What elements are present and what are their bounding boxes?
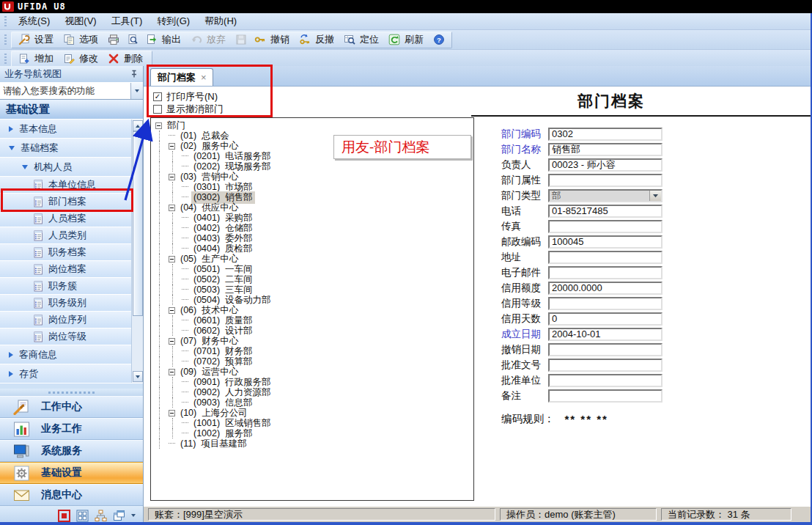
form-row-dept_code: 部门编码: [472, 126, 808, 142]
search-input[interactable]: [0, 83, 130, 99]
sidebar-tree-item-7[interactable]: 人员类别: [0, 227, 143, 244]
field-dept_name-input[interactable]: [548, 143, 662, 156]
field-established_date-input[interactable]: [548, 328, 662, 341]
field-remarks-input[interactable]: [548, 389, 662, 403]
nav-button-1[interactable]: 工作中心: [0, 396, 143, 418]
sidebar-tree-item-10[interactable]: 职务簇: [0, 278, 143, 295]
current-view-icon[interactable]: [58, 510, 70, 522]
field-approval_doc-input[interactable]: [548, 359, 662, 372]
field-manager-input[interactable]: [548, 158, 662, 172]
sidebar-tree-item-8[interactable]: 职务档案: [0, 244, 143, 261]
sidebar-tree-item-13[interactable]: 岗位等级: [0, 328, 143, 345]
collapse-box-icon[interactable]: [155, 122, 162, 129]
menu-item-2[interactable]: 视图(V): [57, 13, 103, 29]
search-dropdown-button[interactable]: [130, 83, 143, 99]
navigation-sidebar: 业务导航视图 基础设置 基本信息基础档案机构人员本单位信息部门档案人员档案人员类…: [0, 66, 144, 525]
menu-item-4[interactable]: 转到(G): [150, 13, 197, 29]
tree-stub: [182, 192, 188, 202]
sidebar-splitter[interactable]: [0, 389, 143, 396]
nav-button-4[interactable]: 基础设置: [0, 462, 143, 484]
status-operator: 操作员：demo (账套主管): [500, 508, 657, 521]
toolbar-button-options[interactable]: 选项: [59, 32, 104, 47]
tab-department-archive[interactable]: 部门档案 ×: [150, 68, 213, 86]
field-revoke_date-input[interactable]: [548, 343, 662, 356]
sidebar-tree-item-12[interactable]: 岗位序列: [0, 312, 143, 328]
menu-item-5[interactable]: 帮助(H): [197, 13, 244, 29]
form-row-phone: 电话: [472, 203, 808, 219]
sidebar-tree-item-6[interactable]: 人员档案: [0, 210, 143, 227]
toolbar-button-add[interactable]: 增加: [15, 51, 59, 66]
toolbar-button-keyback[interactable]: 反撤: [295, 32, 340, 47]
field-label-approval_doc: 批准文号: [501, 359, 548, 372]
field-credit_limit-input[interactable]: [548, 282, 662, 295]
field-email-input[interactable]: [548, 266, 662, 279]
nav-button-2[interactable]: 业务工作: [0, 418, 143, 440]
locate-icon: [344, 34, 355, 45]
collapse-box-icon[interactable]: [169, 307, 175, 314]
sidebar-tree-item-5[interactable]: 部门档案: [0, 194, 143, 210]
dept-node-11[interactable]: (11) 项目基建部: [154, 438, 473, 449]
tree-guide: [167, 346, 180, 356]
tab-close-icon[interactable]: ×: [201, 72, 207, 83]
monitor-icon: [13, 444, 30, 459]
field-phone-input[interactable]: [548, 205, 662, 218]
menu-item-1[interactable]: 系统(S): [11, 13, 57, 29]
toolbar-button-settings[interactable]: 设置: [15, 32, 59, 47]
checkbox-1[interactable]: ✓: [153, 92, 162, 101]
field-dept_attribute-input[interactable]: [548, 174, 662, 187]
sidebar-tree-item-1[interactable]: 基本信息: [0, 120, 143, 139]
sidebar-tree-item-14[interactable]: 客商信息: [0, 345, 143, 364]
chevron-down-icon[interactable]: [131, 514, 136, 517]
toolbar-button-locate[interactable]: 定位: [340, 32, 385, 47]
field-postcode-input[interactable]: [548, 235, 662, 249]
collapse-box-icon[interactable]: [169, 205, 175, 211]
toolbar-button-preview[interactable]: [123, 33, 142, 46]
collapse-box-icon[interactable]: [169, 410, 175, 416]
sidebar-tree-item-11[interactable]: 职务级别: [0, 295, 143, 312]
field-credit_grade-input[interactable]: [548, 297, 662, 310]
toolbar-button-refresh[interactable]: 刷新: [385, 32, 429, 47]
sidebar-tree-item-15[interactable]: 存货: [0, 364, 143, 383]
toolbar-button-help[interactable]: ?: [429, 33, 449, 46]
grid-view-icon[interactable]: [76, 510, 89, 522]
collapse-box-icon[interactable]: [169, 256, 175, 262]
toolbar-button-key[interactable]: 撤销: [251, 32, 295, 47]
windows-view-icon[interactable]: [113, 510, 125, 522]
sidebar-tree-item-4[interactable]: 本单位信息: [0, 177, 143, 194]
field-credit_days-input[interactable]: [548, 312, 662, 326]
field-dept_code-input[interactable]: [548, 128, 662, 141]
scroll-thumb[interactable]: [133, 131, 143, 316]
tree-stub: [182, 213, 188, 223]
tree-guide: [154, 336, 167, 346]
field-dept_type-combobox[interactable]: 部: [548, 189, 662, 202]
tree-stub: [182, 182, 188, 192]
sidebar-tree-item-9[interactable]: 岗位档案: [0, 261, 143, 278]
field-address-input[interactable]: [548, 251, 662, 264]
combobox-dropdown-button[interactable]: [649, 191, 661, 201]
nav-button-5[interactable]: 消息中心: [0, 484, 143, 506]
toolbar-button-print[interactable]: [104, 33, 123, 46]
field-fax-input[interactable]: [548, 220, 662, 233]
toolbar-button-export[interactable]: 输出: [142, 32, 187, 47]
scroll-up-button[interactable]: [133, 120, 143, 131]
collapse-box-icon[interactable]: [169, 143, 175, 150]
sidebar-tree-item-2[interactable]: 基础档案: [0, 139, 143, 158]
checkbox-label: 显示撤消部门: [166, 103, 224, 116]
sidebar-tree-item-3[interactable]: 机构人员: [0, 158, 143, 177]
nav-button-3[interactable]: 系统服务: [0, 440, 143, 462]
sidebar-scrollbar[interactable]: [131, 120, 143, 383]
checkbox-2[interactable]: [153, 105, 162, 114]
collapse-box-icon[interactable]: [169, 174, 175, 180]
pin-icon[interactable]: [130, 70, 139, 78]
org-chart-view-icon[interactable]: [95, 510, 107, 522]
menu-item-3[interactable]: 工具(T): [104, 13, 150, 29]
collapse-box-icon[interactable]: [169, 338, 175, 345]
collapse-box-icon[interactable]: [169, 369, 175, 375]
scroll-down-button[interactable]: [133, 371, 143, 382]
field-approval_unit-input[interactable]: [548, 374, 662, 387]
tree-stub: [182, 264, 188, 274]
toolbar-button-edit[interactable]: 修改: [59, 51, 104, 66]
form-row-email: 电子邮件: [472, 265, 808, 280]
toolbar-button-del[interactable]: 删除: [104, 51, 149, 66]
chevron-right-icon: [9, 352, 13, 358]
